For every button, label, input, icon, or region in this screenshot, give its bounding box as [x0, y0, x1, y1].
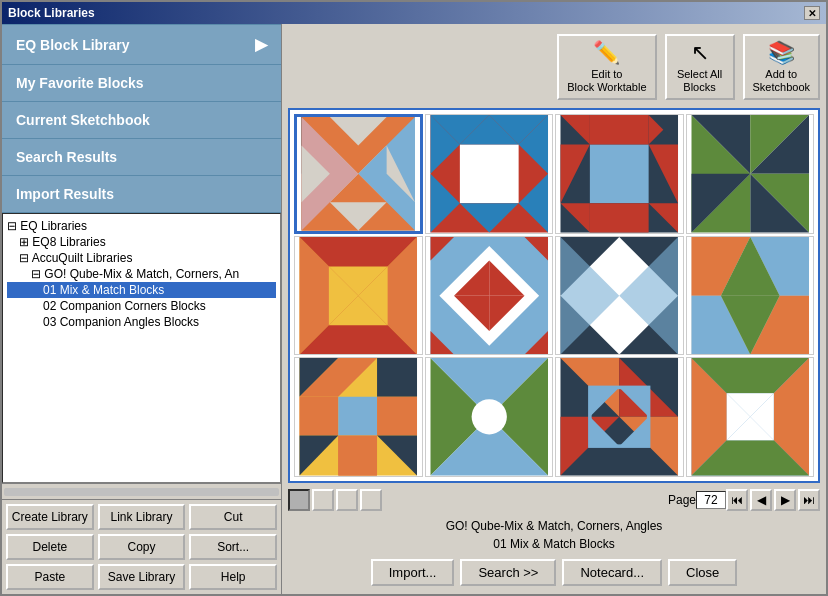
view-btn-3[interactable]	[336, 489, 358, 511]
library-name: GO! Qube-Mix & Match, Corners, Angles	[288, 517, 820, 535]
tree-node-01-mix-match[interactable]: 01 Mix & Match Blocks	[7, 282, 276, 298]
block-cell-4[interactable]	[686, 114, 815, 234]
block-cell-3[interactable]	[555, 114, 684, 234]
tree-node-accuquilt-libraries[interactable]: ⊟ AccuQuilt Libraries	[7, 250, 276, 266]
svg-marker-33	[590, 115, 649, 144]
edit-to-block-worktable-button[interactable]: ✏️ Edit toBlock Worktable	[557, 34, 656, 100]
cut-button[interactable]: Cut	[189, 504, 277, 530]
block-libraries-window: Block Libraries ✕ EQ Block Library ▶ My …	[0, 0, 828, 596]
tree-node-eq-libraries[interactable]: ⊟ EQ Libraries	[7, 218, 276, 234]
link-library-button[interactable]: Link Library	[98, 504, 186, 530]
next-page-button[interactable]: ▶	[774, 489, 796, 511]
block-cell-5[interactable]	[294, 236, 423, 356]
sort-button[interactable]: Sort...	[189, 534, 277, 560]
import-button[interactable]: Import...	[371, 559, 455, 586]
svg-marker-90	[377, 397, 417, 436]
add-sketchbook-icon: 📚	[768, 40, 795, 66]
view-btn-1[interactable]	[288, 489, 310, 511]
svg-marker-38	[590, 204, 649, 233]
block-nav-row: Page 72 ⏮ ◀ ▶ ⏭	[288, 487, 820, 513]
prev-page-button[interactable]: ◀	[750, 489, 772, 511]
edit-label: Edit toBlock Worktable	[567, 68, 646, 94]
nav-label-search-results: Search Results	[16, 149, 117, 165]
block-cell-7[interactable]	[555, 236, 684, 356]
page-number[interactable]: 72	[696, 491, 726, 509]
block-cell-11[interactable]	[555, 357, 684, 477]
nav-item-eq-block-library[interactable]: EQ Block Library ▶	[2, 24, 281, 65]
window-title: Block Libraries	[8, 6, 95, 20]
select-all-blocks-button[interactable]: ↖ Select AllBlocks	[665, 34, 735, 100]
create-library-button[interactable]: Create Library	[6, 504, 94, 530]
tree-node-02-companion-corners[interactable]: 02 Companion Corners Blocks	[7, 298, 276, 314]
view-btn-4[interactable]	[360, 489, 382, 511]
library-tree[interactable]: ⊟ EQ Libraries ⊞ EQ8 Libraries ⊟ AccuQui…	[2, 213, 281, 483]
block-cell-6[interactable]	[425, 236, 554, 356]
save-library-button[interactable]: Save Library	[98, 564, 186, 590]
svg-marker-88	[299, 397, 338, 436]
block-grid	[288, 108, 820, 483]
nav-section: EQ Block Library ▶ My Favorite Blocks Cu…	[2, 24, 281, 213]
main-content: EQ Block Library ▶ My Favorite Blocks Cu…	[2, 24, 826, 594]
help-button[interactable]: Help	[189, 564, 277, 590]
action-row: Import... Search >> Notecard... Close	[288, 557, 820, 588]
nav-arrow-eq-block-library: ▶	[255, 35, 267, 54]
svg-point-100	[471, 400, 506, 435]
page-nav-buttons: ⏮ ◀ ▶ ⏭	[726, 489, 820, 511]
delete-button[interactable]: Delete	[6, 534, 94, 560]
toolbar: ✏️ Edit toBlock Worktable ↖ Select AllBl…	[288, 30, 820, 104]
nav-item-search-results[interactable]: Search Results	[2, 139, 281, 176]
page-label: Page	[668, 493, 696, 507]
notecard-button[interactable]: Notecard...	[562, 559, 662, 586]
nav-item-import-results[interactable]: Import Results	[2, 176, 281, 213]
block-name: 01 Mix & Match Blocks	[288, 535, 820, 553]
add-sketchbook-label: Add toSketchbook	[753, 68, 810, 94]
view-buttons	[288, 489, 382, 511]
tree-node-eq8-libraries[interactable]: ⊞ EQ8 Libraries	[7, 234, 276, 250]
nav-label-my-favorite: My Favorite Blocks	[16, 75, 144, 91]
title-bar: Block Libraries ✕	[2, 2, 826, 24]
close-button[interactable]: ✕	[804, 6, 820, 20]
nav-label-eq-block-library: EQ Block Library	[16, 37, 130, 53]
bottom-buttons: Create Library Link Library Cut Delete C…	[2, 499, 281, 594]
add-to-sketchbook-button[interactable]: 📚 Add toSketchbook	[743, 34, 820, 100]
edit-icon: ✏️	[593, 40, 620, 66]
select-all-icon: ↖	[691, 40, 709, 66]
select-all-label: Select AllBlocks	[677, 68, 722, 94]
tree-scrollbar-h[interactable]	[2, 483, 281, 499]
close-main-button[interactable]: Close	[668, 559, 737, 586]
scrollbar-track	[4, 488, 279, 496]
copy-button[interactable]: Copy	[98, 534, 186, 560]
right-panel: ✏️ Edit toBlock Worktable ↖ Select AllBl…	[282, 24, 826, 594]
svg-rect-31	[590, 145, 649, 204]
view-btn-2[interactable]	[312, 489, 334, 511]
block-info: GO! Qube-Mix & Match, Corners, Angles 01…	[288, 517, 820, 553]
first-page-button[interactable]: ⏮	[726, 489, 748, 511]
last-page-button[interactable]: ⏭	[798, 489, 820, 511]
block-cell-8[interactable]	[686, 236, 815, 356]
svg-marker-94	[338, 436, 377, 476]
svg-rect-21	[459, 145, 518, 204]
search-button[interactable]: Search >>	[460, 559, 556, 586]
tree-node-03-companion-angles[interactable]: 03 Companion Angles Blocks	[7, 314, 276, 330]
nav-label-import-results: Import Results	[16, 186, 114, 202]
block-cell-12[interactable]	[686, 357, 815, 477]
paste-button[interactable]: Paste	[6, 564, 94, 590]
svg-marker-89	[338, 397, 377, 436]
nav-label-current-sketchbook: Current Sketchbook	[16, 112, 150, 128]
block-cell-10[interactable]	[425, 357, 554, 477]
svg-marker-87	[377, 358, 417, 397]
block-cell-2[interactable]	[425, 114, 554, 234]
block-cell-9[interactable]	[294, 357, 423, 477]
block-cell-1[interactable]	[294, 114, 423, 234]
nav-item-my-favorite-blocks[interactable]: My Favorite Blocks	[2, 65, 281, 102]
tree-node-go-qube[interactable]: ⊟ GO! Qube-Mix & Match, Corners, An	[7, 266, 276, 282]
nav-item-current-sketchbook[interactable]: Current Sketchbook	[2, 102, 281, 139]
left-panel: EQ Block Library ▶ My Favorite Blocks Cu…	[2, 24, 282, 594]
